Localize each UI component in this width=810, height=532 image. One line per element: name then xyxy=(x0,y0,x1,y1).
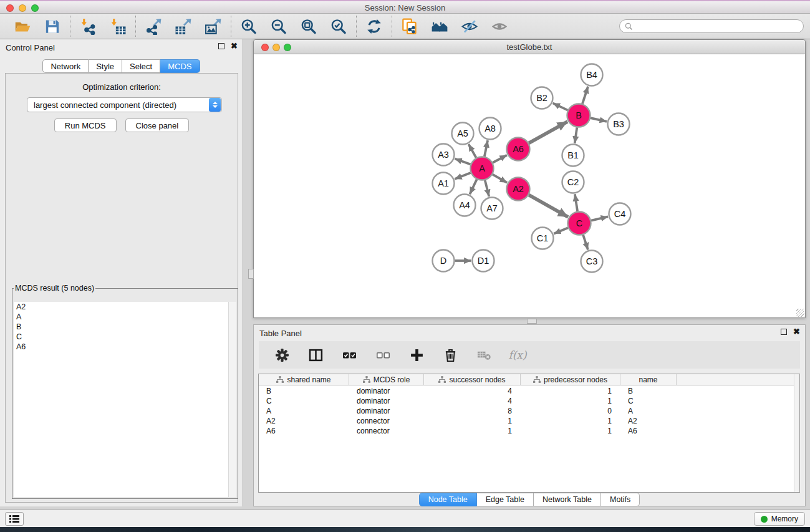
edge-B-B1[interactable] xyxy=(575,127,577,143)
tab-motifs[interactable]: Motifs xyxy=(601,493,640,506)
criterion-select[interactable]: largest connected component (directed) xyxy=(27,97,222,112)
tab-network-table[interactable]: Network Table xyxy=(534,493,601,506)
edge-A-A3[interactable] xyxy=(455,159,470,165)
node-D1[interactable]: D1 xyxy=(473,250,494,272)
table-row[interactable]: Cdominator41C xyxy=(259,396,794,406)
open-file-button[interactable] xyxy=(13,17,32,36)
table-row[interactable]: Adominator80A xyxy=(259,406,794,416)
edge-A-A4[interactable] xyxy=(470,180,476,195)
table-close-panel-icon[interactable]: ✖ xyxy=(793,329,800,335)
node-B[interactable]: B xyxy=(567,104,591,127)
node-B2[interactable]: B2 xyxy=(531,87,553,109)
node-C[interactable]: C xyxy=(568,212,591,235)
tab-edge-table[interactable]: Edge Table xyxy=(477,493,534,506)
edge-B-B3[interactable] xyxy=(591,118,607,122)
network-canvas[interactable]: B4B2BB3A8A5A6A3B1AC2A1A2A4A7C4CC1C3DD1 xyxy=(254,55,805,317)
node-B3[interactable]: B3 xyxy=(608,114,630,135)
tab-select[interactable]: Select xyxy=(122,59,160,73)
table-settings-button[interactable] xyxy=(272,346,291,364)
tab-network[interactable]: Network xyxy=(42,59,89,73)
edge-C-C4[interactable] xyxy=(591,216,608,220)
mcds-result-item[interactable]: A6 xyxy=(14,342,236,352)
mcds-result-item[interactable]: A2 xyxy=(14,302,236,312)
deselect-all-button[interactable] xyxy=(374,346,392,364)
column-header-name[interactable]: name xyxy=(620,374,677,385)
import-network-button[interactable] xyxy=(79,17,97,36)
node-A6[interactable]: A6 xyxy=(507,138,530,161)
save-session-button[interactable] xyxy=(43,17,62,36)
node-A3[interactable]: A3 xyxy=(433,144,455,166)
edge-A-A8[interactable] xyxy=(485,140,488,157)
table-float-panel-icon[interactable] xyxy=(781,329,787,335)
table-row[interactable]: A2connector11A2 xyxy=(259,416,794,426)
add-column-button[interactable] xyxy=(407,346,426,364)
close-panel-button[interactable]: Close panel xyxy=(125,118,190,132)
run-mcds-button[interactable]: Run MCDS xyxy=(54,118,117,132)
node-C4[interactable]: C4 xyxy=(609,203,631,225)
task-history-button[interactable] xyxy=(5,512,24,526)
edge-C-C1[interactable] xyxy=(554,228,568,233)
home-button[interactable] xyxy=(430,17,449,36)
node-C2[interactable]: C2 xyxy=(562,172,584,193)
edge-A6-B[interactable] xyxy=(529,122,567,143)
edge-C-C3[interactable] xyxy=(583,235,588,250)
mcds-result-item[interactable]: B xyxy=(14,322,236,332)
graphics-details-button[interactable] xyxy=(460,17,479,36)
zoom-in-button[interactable] xyxy=(239,17,258,36)
split-column-button[interactable] xyxy=(306,346,325,364)
node-B4[interactable]: B4 xyxy=(581,64,603,86)
node-A2[interactable]: A2 xyxy=(507,178,530,201)
edge-C-C2[interactable] xyxy=(575,194,577,211)
refresh-button[interactable] xyxy=(365,17,383,36)
edge-A-A1[interactable] xyxy=(455,173,471,179)
select-all-button[interactable] xyxy=(340,346,359,364)
column-header-successor-nodes[interactable]: successor nodes xyxy=(424,374,521,385)
table-row[interactable]: A6connector11A6 xyxy=(259,426,794,436)
zoom-out-button[interactable] xyxy=(269,17,288,36)
delete-column-button[interactable] xyxy=(441,346,460,364)
edge-B-B2[interactable] xyxy=(553,103,568,110)
mcds-result-item[interactable]: A xyxy=(14,312,236,322)
vertical-scrollbar-thumb[interactable] xyxy=(248,269,254,279)
search-input[interactable] xyxy=(636,22,798,31)
import-table-button[interactable] xyxy=(108,17,127,36)
close-panel-icon[interactable]: ✖ xyxy=(231,43,238,49)
node-A1[interactable]: A1 xyxy=(433,173,455,195)
node-C1[interactable]: C1 xyxy=(532,228,554,249)
column-header-MCDS-role[interactable]: MCDS role xyxy=(349,374,424,385)
mcds-result-item[interactable]: C xyxy=(14,332,236,342)
zoom-fit-button[interactable] xyxy=(299,17,318,36)
edge-A-A6[interactable] xyxy=(493,155,507,163)
edge-A2-C[interactable] xyxy=(529,195,568,218)
memory-button[interactable]: Memory xyxy=(754,512,805,526)
edge-B-B4[interactable] xyxy=(582,87,588,104)
column-header-shared-name[interactable]: shared name xyxy=(259,374,349,385)
export-network-button[interactable] xyxy=(144,17,163,36)
node-A5[interactable]: A5 xyxy=(452,123,474,145)
tab-node-table[interactable]: Node Table xyxy=(419,493,477,506)
edge-A-A7[interactable] xyxy=(485,180,489,196)
node-D[interactable]: D xyxy=(433,250,455,272)
node-B1[interactable]: B1 xyxy=(562,145,584,167)
tab-mcds[interactable]: MCDS xyxy=(160,59,200,73)
column-header-predecessor-nodes[interactable]: predecessor nodes xyxy=(521,374,620,385)
resize-grip[interactable] xyxy=(796,309,804,317)
clone-network-button[interactable] xyxy=(400,17,419,36)
horizontal-scrollbar-thumb[interactable] xyxy=(527,319,537,324)
edge-A-A2[interactable] xyxy=(493,175,507,183)
tab-style[interactable]: Style xyxy=(89,59,122,73)
export-table-button[interactable] xyxy=(174,17,193,36)
zoom-selected-button[interactable] xyxy=(329,17,348,36)
result-scrollbar[interactable] xyxy=(228,302,236,497)
function-builder-button[interactable]: f(x) xyxy=(508,346,527,364)
table-scrollbar[interactable] xyxy=(794,374,799,492)
node-A8[interactable]: A8 xyxy=(480,118,501,140)
node-C3[interactable]: C3 xyxy=(581,251,603,273)
node-A7[interactable]: A7 xyxy=(481,198,503,220)
show-hide-button[interactable] xyxy=(490,17,509,36)
delete-table-button[interactable] xyxy=(475,346,493,364)
node-A[interactable]: A xyxy=(471,157,494,180)
float-panel-icon[interactable] xyxy=(218,43,224,49)
edge-A-A5[interactable] xyxy=(468,144,476,158)
table-row[interactable]: Bdominator41B xyxy=(259,386,794,396)
